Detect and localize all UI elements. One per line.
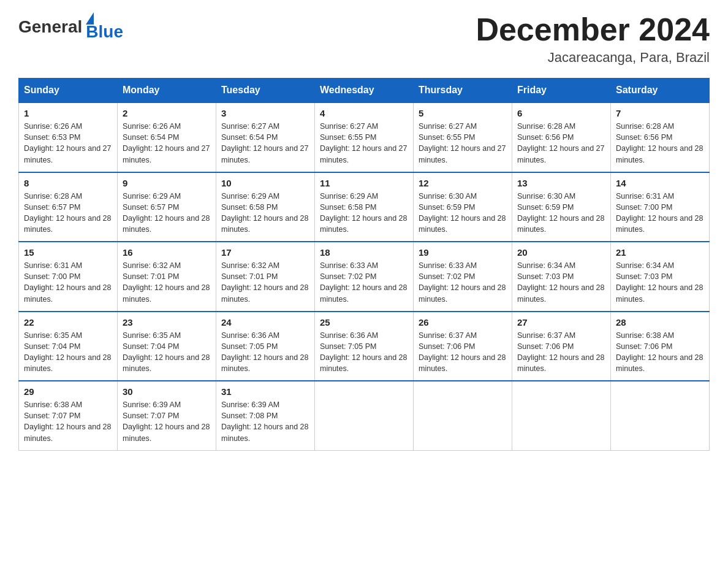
logo: General Blue <box>18 12 123 42</box>
day-number: 18 <box>320 247 408 258</box>
col-wednesday: Wednesday <box>315 79 414 103</box>
day-info: Sunrise: 6:28 AMSunset: 6:56 PMDaylight:… <box>616 121 704 166</box>
calendar-table: Sunday Monday Tuesday Wednesday Thursday… <box>18 78 710 451</box>
logo-blue-text: Blue <box>86 22 123 42</box>
table-row: 14 Sunrise: 6:31 AMSunset: 7:00 PMDaylig… <box>611 172 710 242</box>
col-tuesday: Tuesday <box>216 79 315 103</box>
col-saturday: Saturday <box>611 79 710 103</box>
day-info: Sunrise: 6:39 AMSunset: 7:08 PMDaylight:… <box>221 399 309 444</box>
day-number: 20 <box>517 247 605 258</box>
col-friday: Friday <box>512 79 611 103</box>
day-number: 1 <box>24 108 112 118</box>
table-row: 19 Sunrise: 6:33 AMSunset: 7:02 PMDaylig… <box>414 242 512 312</box>
table-row: 23 Sunrise: 6:35 AMSunset: 7:04 PMDaylig… <box>118 312 216 381</box>
table-row: 4 Sunrise: 6:27 AMSunset: 6:55 PMDayligh… <box>315 102 414 172</box>
day-info: Sunrise: 6:33 AMSunset: 7:02 PMDaylight:… <box>419 260 507 305</box>
day-number: 8 <box>24 178 112 188</box>
location-subtitle: Jacareacanga, Para, Brazil <box>476 50 710 66</box>
day-number: 6 <box>517 108 605 118</box>
day-info: Sunrise: 6:31 AMSunset: 7:00 PMDaylight:… <box>24 260 112 305</box>
day-info: Sunrise: 6:36 AMSunset: 7:05 PMDaylight:… <box>320 330 408 375</box>
table-row: 10 Sunrise: 6:29 AMSunset: 6:58 PMDaylig… <box>216 172 315 242</box>
day-number: 7 <box>616 108 704 118</box>
day-info: Sunrise: 6:27 AMSunset: 6:55 PMDaylight:… <box>419 121 507 166</box>
table-row: 2 Sunrise: 6:26 AMSunset: 6:54 PMDayligh… <box>118 102 216 172</box>
table-row: 27 Sunrise: 6:37 AMSunset: 7:06 PMDaylig… <box>512 312 611 381</box>
page-header: General Blue December 2024 Jacareacanga,… <box>18 12 710 66</box>
day-info: Sunrise: 6:32 AMSunset: 7:01 PMDaylight:… <box>123 260 211 305</box>
day-number: 2 <box>123 108 211 118</box>
day-number: 13 <box>517 178 605 188</box>
table-row: 29 Sunrise: 6:38 AMSunset: 7:07 PMDaylig… <box>19 381 118 450</box>
table-row <box>414 381 512 450</box>
table-row: 16 Sunrise: 6:32 AMSunset: 7:01 PMDaylig… <box>118 242 216 312</box>
title-area: December 2024 Jacareacanga, Para, Brazil <box>476 12 710 66</box>
col-sunday: Sunday <box>19 79 118 103</box>
table-row: 28 Sunrise: 6:38 AMSunset: 7:06 PMDaylig… <box>611 312 710 381</box>
table-row: 8 Sunrise: 6:28 AMSunset: 6:57 PMDayligh… <box>19 172 118 242</box>
day-info: Sunrise: 6:30 AMSunset: 6:59 PMDaylight:… <box>517 191 605 236</box>
day-info: Sunrise: 6:27 AMSunset: 6:55 PMDaylight:… <box>320 121 408 166</box>
day-number: 15 <box>24 247 112 258</box>
table-row: 13 Sunrise: 6:30 AMSunset: 6:59 PMDaylig… <box>512 172 611 242</box>
day-number: 16 <box>123 247 211 258</box>
day-info: Sunrise: 6:34 AMSunset: 7:03 PMDaylight:… <box>616 260 704 305</box>
day-info: Sunrise: 6:26 AMSunset: 6:53 PMDaylight:… <box>24 121 112 166</box>
calendar-week-row: 22 Sunrise: 6:35 AMSunset: 7:04 PMDaylig… <box>19 312 710 381</box>
table-row: 15 Sunrise: 6:31 AMSunset: 7:00 PMDaylig… <box>19 242 118 312</box>
day-info: Sunrise: 6:26 AMSunset: 6:54 PMDaylight:… <box>123 121 211 166</box>
table-row: 11 Sunrise: 6:29 AMSunset: 6:58 PMDaylig… <box>315 172 414 242</box>
day-number: 9 <box>123 178 211 188</box>
day-info: Sunrise: 6:29 AMSunset: 6:58 PMDaylight:… <box>320 191 408 236</box>
logo-general-text: General <box>18 17 82 37</box>
day-number: 3 <box>221 108 309 118</box>
day-info: Sunrise: 6:36 AMSunset: 7:05 PMDaylight:… <box>221 330 309 375</box>
table-row: 17 Sunrise: 6:32 AMSunset: 7:01 PMDaylig… <box>216 242 315 312</box>
day-info: Sunrise: 6:35 AMSunset: 7:04 PMDaylight:… <box>123 330 211 375</box>
day-info: Sunrise: 6:34 AMSunset: 7:03 PMDaylight:… <box>517 260 605 305</box>
table-row: 18 Sunrise: 6:33 AMSunset: 7:02 PMDaylig… <box>315 242 414 312</box>
table-row: 6 Sunrise: 6:28 AMSunset: 6:56 PMDayligh… <box>512 102 611 172</box>
day-info: Sunrise: 6:37 AMSunset: 7:06 PMDaylight:… <box>419 330 507 375</box>
day-number: 29 <box>24 386 112 397</box>
table-row: 1 Sunrise: 6:26 AMSunset: 6:53 PMDayligh… <box>19 102 118 172</box>
day-number: 4 <box>320 108 408 118</box>
table-row: 20 Sunrise: 6:34 AMSunset: 7:03 PMDaylig… <box>512 242 611 312</box>
table-row: 30 Sunrise: 6:39 AMSunset: 7:07 PMDaylig… <box>118 381 216 450</box>
day-info: Sunrise: 6:29 AMSunset: 6:57 PMDaylight:… <box>123 191 211 236</box>
table-row: 21 Sunrise: 6:34 AMSunset: 7:03 PMDaylig… <box>611 242 710 312</box>
table-row: 3 Sunrise: 6:27 AMSunset: 6:54 PMDayligh… <box>216 102 315 172</box>
day-number: 28 <box>616 317 704 327</box>
table-row: 31 Sunrise: 6:39 AMSunset: 7:08 PMDaylig… <box>216 381 315 450</box>
table-row <box>512 381 611 450</box>
day-info: Sunrise: 6:27 AMSunset: 6:54 PMDaylight:… <box>221 121 309 166</box>
calendar-week-row: 8 Sunrise: 6:28 AMSunset: 6:57 PMDayligh… <box>19 172 710 242</box>
table-row <box>315 381 414 450</box>
col-monday: Monday <box>118 79 216 103</box>
day-info: Sunrise: 6:35 AMSunset: 7:04 PMDaylight:… <box>24 330 112 375</box>
table-row <box>611 381 710 450</box>
calendar-week-row: 1 Sunrise: 6:26 AMSunset: 6:53 PMDayligh… <box>19 102 710 172</box>
table-row: 24 Sunrise: 6:36 AMSunset: 7:05 PMDaylig… <box>216 312 315 381</box>
day-info: Sunrise: 6:38 AMSunset: 7:07 PMDaylight:… <box>24 399 112 444</box>
table-row: 5 Sunrise: 6:27 AMSunset: 6:55 PMDayligh… <box>414 102 512 172</box>
table-row: 7 Sunrise: 6:28 AMSunset: 6:56 PMDayligh… <box>611 102 710 172</box>
day-number: 23 <box>123 317 211 327</box>
day-number: 11 <box>320 178 408 188</box>
day-info: Sunrise: 6:30 AMSunset: 6:59 PMDaylight:… <box>419 191 507 236</box>
day-number: 17 <box>221 247 309 258</box>
table-row: 9 Sunrise: 6:29 AMSunset: 6:57 PMDayligh… <box>118 172 216 242</box>
day-number: 26 <box>419 317 507 327</box>
day-number: 12 <box>419 178 507 188</box>
day-number: 19 <box>419 247 507 258</box>
day-info: Sunrise: 6:29 AMSunset: 6:58 PMDaylight:… <box>221 191 309 236</box>
day-number: 5 <box>419 108 507 118</box>
calendar-week-row: 29 Sunrise: 6:38 AMSunset: 7:07 PMDaylig… <box>19 381 710 450</box>
day-number: 31 <box>221 386 309 397</box>
day-info: Sunrise: 6:39 AMSunset: 7:07 PMDaylight:… <box>123 399 211 444</box>
day-number: 27 <box>517 317 605 327</box>
calendar-week-row: 15 Sunrise: 6:31 AMSunset: 7:00 PMDaylig… <box>19 242 710 312</box>
day-info: Sunrise: 6:37 AMSunset: 7:06 PMDaylight:… <box>517 330 605 375</box>
table-row: 12 Sunrise: 6:30 AMSunset: 6:59 PMDaylig… <box>414 172 512 242</box>
day-number: 10 <box>221 178 309 188</box>
